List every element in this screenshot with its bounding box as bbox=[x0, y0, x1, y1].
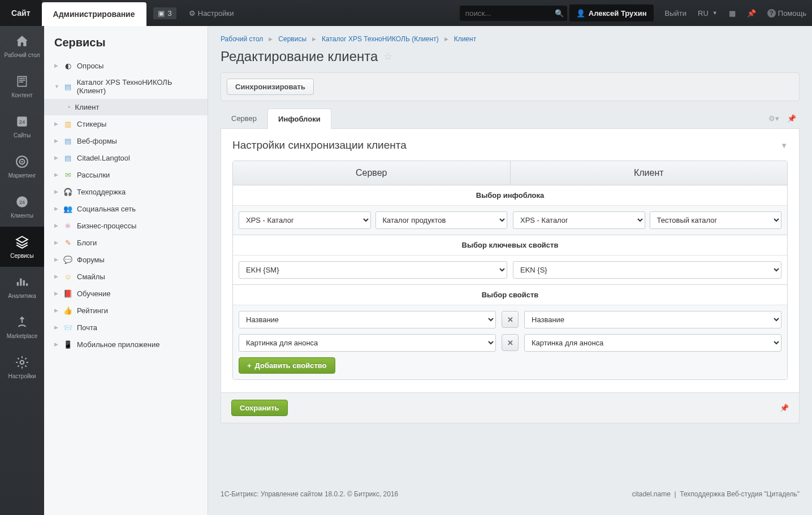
tree-langtool[interactable]: ▶▤Citadel.Langtool bbox=[44, 149, 208, 166]
crumb-desktop[interactable]: Рабочий стол bbox=[221, 35, 263, 43]
lang-switch[interactable]: RU▼ bbox=[692, 0, 723, 26]
nav-services[interactable]: Сервисы bbox=[0, 227, 44, 267]
document-icon: ▤ bbox=[63, 82, 72, 91]
user-menu[interactable]: 👤 Алексей Трухин bbox=[569, 5, 654, 21]
logout-link[interactable]: Выйти bbox=[659, 0, 693, 26]
pin-icon[interactable]: 📌 bbox=[787, 114, 796, 123]
settings-link[interactable]: ⚙ Настройки bbox=[183, 0, 240, 26]
notification-badge[interactable]: ▣3 bbox=[146, 0, 183, 26]
bell-icon: ▣ bbox=[158, 9, 165, 18]
add-property-button[interactable]: + Добавить свойство bbox=[239, 357, 335, 374]
calendar-icon[interactable]: ▦ bbox=[723, 0, 741, 26]
save-button[interactable]: Сохранить bbox=[231, 400, 288, 416]
prop2-delete[interactable]: ✕ bbox=[502, 334, 519, 351]
search-input[interactable] bbox=[460, 6, 567, 21]
tabs: Сервер Инфоблоки ⚙▾ 📌 bbox=[221, 108, 800, 129]
plus-icon: + bbox=[247, 361, 252, 370]
footer-copyright: 1С-Битрикс: Управление сайтом 18.0.2. © … bbox=[221, 490, 398, 498]
footer-site-link[interactable]: citadel.name bbox=[632, 490, 671, 498]
nav-marketing[interactable]: Маркетинг bbox=[0, 146, 44, 187]
left-nav: Рабочий стол Контент 24Сайты Маркетинг 2… bbox=[0, 26, 44, 515]
tree-webforms[interactable]: ▶▤Веб-формы bbox=[44, 132, 208, 149]
tree-mobile[interactable]: ▶📱Мобильное приложение bbox=[44, 336, 208, 353]
client-iblock-type-select[interactable]: XPS - Каталог bbox=[513, 211, 645, 229]
nav-desktop[interactable]: Рабочий стол bbox=[0, 26, 44, 66]
tab-infoblocks[interactable]: Инфоблоки bbox=[267, 109, 331, 129]
help-link[interactable]: ? Помощь bbox=[762, 0, 812, 26]
col-server: Сервер bbox=[233, 161, 511, 185]
client-key-select[interactable]: EKN {S} bbox=[513, 261, 781, 279]
nav-settings[interactable]: Настройки bbox=[0, 347, 44, 387]
nav-content[interactable]: Контент bbox=[0, 66, 44, 106]
form-icon: ▤ bbox=[63, 136, 72, 145]
topbar: Сайт Администрирование ▣3 ⚙ Настройки 🔍 … bbox=[0, 0, 812, 26]
pin-icon[interactable]: 📌 bbox=[780, 404, 789, 412]
tab-server[interactable]: Сервер bbox=[221, 108, 267, 128]
crumb-client[interactable]: Клиент bbox=[454, 35, 477, 43]
tree-catalog-xps[interactable]: ▼▤Каталог XPS ТехноНИКОЛЬ (Клиент) bbox=[44, 74, 208, 99]
tab-site[interactable]: Сайт bbox=[0, 0, 42, 26]
sticker-icon: ▥ bbox=[63, 119, 72, 128]
mobile-icon: 📱 bbox=[63, 340, 72, 349]
nav-marketplace[interactable]: Marketplace bbox=[0, 307, 44, 347]
prop1-client-select[interactable]: Название bbox=[524, 311, 781, 328]
document-icon: ▤ bbox=[63, 153, 72, 162]
server-iblock-type-select[interactable]: XPS - Каталог bbox=[239, 211, 371, 229]
prop2-client-select[interactable]: Картинка для анонса bbox=[524, 334, 781, 352]
page-title: Редактирование клиента ☆ bbox=[221, 49, 800, 64]
users-icon: 👥 bbox=[63, 204, 72, 213]
col-client: Клиент bbox=[511, 161, 788, 185]
tree-ratings[interactable]: ▶👍Рейтинги bbox=[44, 302, 208, 319]
book-icon: 📕 bbox=[63, 289, 72, 298]
tree-mailings[interactable]: ▶✉Рассылки bbox=[44, 166, 208, 183]
crumb-services[interactable]: Сервисы bbox=[278, 35, 306, 43]
tree-learning[interactable]: ▶📕Обучение bbox=[44, 285, 208, 302]
inbox-icon: 📨 bbox=[63, 323, 72, 332]
nav-clients[interactable]: 24Клиенты bbox=[0, 187, 44, 227]
collapse-icon[interactable]: ▼ bbox=[780, 141, 788, 150]
prop2-server-select[interactable]: Картинка для анонса bbox=[239, 334, 496, 352]
tree-support[interactable]: ▶🎧Техподдержка bbox=[44, 183, 208, 200]
sidebar-title: Сервисы bbox=[44, 34, 208, 57]
panel-heading: Настройки синхронизации клиента bbox=[232, 139, 407, 152]
help-icon: ? bbox=[767, 9, 776, 18]
tree-stickers[interactable]: ▶▥Стикеры bbox=[44, 115, 208, 132]
client-iblock-select[interactable]: Тестовый каталог bbox=[650, 211, 782, 229]
tab-admin[interactable]: Администрирование bbox=[42, 2, 146, 26]
search-box: 🔍 bbox=[460, 0, 564, 26]
tree-catalog-client[interactable]: •Клиент bbox=[44, 99, 208, 115]
tree-polls[interactable]: ▶◐Опросы bbox=[44, 57, 208, 74]
smile-icon: ☺ bbox=[63, 272, 72, 281]
breadcrumb: Рабочий стол▶ Сервисы▶ Каталог XPS Техно… bbox=[221, 35, 800, 43]
pin-icon[interactable]: 📌 bbox=[741, 0, 762, 26]
star-icon[interactable]: ☆ bbox=[383, 50, 392, 63]
tree-blogs[interactable]: ▶✎Блоги bbox=[44, 234, 208, 251]
tree-mail[interactable]: ▶📨Почта bbox=[44, 319, 208, 336]
main-content: Рабочий стол▶ Сервисы▶ Каталог XPS Техно… bbox=[208, 26, 812, 515]
svg-point-4 bbox=[21, 161, 23, 162]
svg-point-7 bbox=[20, 361, 24, 365]
nav-analytics[interactable]: Аналитика bbox=[0, 267, 44, 307]
prop1-delete[interactable]: ✕ bbox=[502, 311, 519, 328]
chevron-down-icon: ▼ bbox=[712, 10, 718, 16]
section-props: Выбор свойств bbox=[233, 284, 787, 305]
close-icon: ✕ bbox=[507, 315, 513, 324]
nav-sites[interactable]: 24Сайты bbox=[0, 106, 44, 146]
prop1-server-select[interactable]: Название bbox=[239, 311, 496, 328]
mail-icon: ✉ bbox=[63, 170, 72, 179]
section-keyprops: Выбор ключевых свойств bbox=[233, 235, 787, 255]
footer-support-link[interactable]: Техподдержка Веб-студия "Цитадель" bbox=[680, 490, 800, 498]
tree-social[interactable]: ▶👥Социальная сеть bbox=[44, 200, 208, 217]
section-infoblock: Выбор инфоблока bbox=[233, 185, 787, 205]
crumb-catalog[interactable]: Каталог XPS ТехноНИКОЛЬ (Клиент) bbox=[322, 35, 439, 43]
tree-bizproc[interactable]: ▶⚛Бизнес-процессы bbox=[44, 217, 208, 234]
sync-button[interactable]: Синхронизировать bbox=[227, 79, 314, 95]
server-iblock-select[interactable]: Каталог продуктов bbox=[375, 211, 508, 229]
search-icon[interactable]: 🔍 bbox=[555, 9, 564, 18]
gear-icon[interactable]: ⚙▾ bbox=[768, 114, 779, 123]
tree-forums[interactable]: ▶💬Форумы bbox=[44, 251, 208, 268]
tree-smiles[interactable]: ▶☺Смайлы bbox=[44, 268, 208, 285]
chart-pie-icon: ◐ bbox=[63, 61, 72, 70]
server-key-select[interactable]: EKH {SM} bbox=[239, 261, 507, 279]
close-icon: ✕ bbox=[507, 339, 513, 347]
